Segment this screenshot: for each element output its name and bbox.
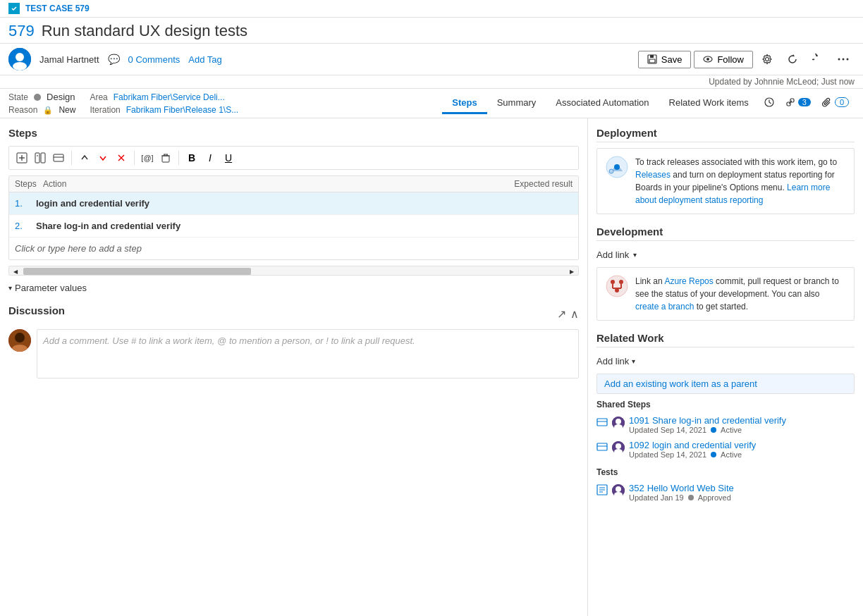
- svg-point-38: [619, 280, 623, 284]
- attachment-icon: [822, 97, 832, 107]
- item-id-1091: 1091: [629, 415, 649, 426]
- move-up-button[interactable]: [76, 149, 93, 166]
- item-title-1091[interactable]: Share log-in and credential verify: [652, 415, 786, 426]
- user-name[interactable]: Jamal Hartnett: [39, 54, 99, 65]
- breadcrumb-label[interactable]: TEST CASE 579: [25, 4, 90, 13]
- insert-step-button[interactable]: [13, 149, 30, 166]
- item-meta-1092: Updated Sep 14, 2021 Active: [629, 450, 855, 459]
- horizontal-scrollbar[interactable]: ◀ ▶: [8, 266, 579, 276]
- gear-icon: [761, 54, 773, 65]
- links-tab[interactable]: 3: [780, 93, 816, 113]
- item-avatar-352: [612, 484, 625, 497]
- parameter-values-toggle[interactable]: ▾ Parameter values: [8, 280, 579, 296]
- iteration-value[interactable]: Fabrikam Fiber\Release 1\S...: [126, 105, 238, 115]
- item-meta-1091: Updated Sep 14, 2021 Active: [629, 426, 855, 434]
- create-branch-link[interactable]: create a branch: [635, 302, 694, 312]
- svg-point-12: [847, 58, 849, 61]
- tab-steps[interactable]: Steps: [442, 93, 486, 114]
- state-dot: [34, 94, 41, 101]
- item-info-1092: 1092 login and credential verify Updated…: [629, 440, 855, 459]
- development-description: Link an Azure Repos commit, pull request…: [635, 275, 845, 313]
- tab-summary[interactable]: Summary: [487, 93, 546, 114]
- follow-button[interactable]: Follow: [694, 51, 753, 68]
- deployment-section: Deployment To track releases associated …: [596, 127, 855, 214]
- step-number-2: 2.: [15, 221, 36, 231]
- scroll-right-button[interactable]: ▶: [567, 267, 577, 276]
- step-action-2[interactable]: Share log-in and credential verify: [36, 221, 573, 231]
- item-title-352[interactable]: Hello World Web Site: [647, 483, 734, 493]
- insert-shared-step-button[interactable]: [32, 149, 49, 166]
- undo-button[interactable]: [807, 48, 829, 70]
- comment-input[interactable]: Add a comment. Use # to link a work item…: [37, 329, 579, 378]
- chevron-down-icon: ▾: [8, 284, 12, 292]
- svg-point-36: [606, 276, 628, 297]
- svg-rect-14: [787, 102, 790, 106]
- avatar: [8, 48, 31, 70]
- work-item-title[interactable]: Run standard UX design tests: [42, 22, 247, 40]
- reason-field: Reason 🔒 New: [8, 105, 75, 115]
- italic-button[interactable]: I: [202, 149, 219, 166]
- expand-discussion-button[interactable]: ↗: [557, 307, 566, 321]
- area-value[interactable]: Fabrikam Fiber\Service Deli...: [114, 92, 225, 102]
- refresh-button[interactable]: [781, 48, 804, 70]
- more-icon: [838, 58, 849, 61]
- step-action-1[interactable]: login and credential verify: [36, 198, 573, 209]
- settings-button[interactable]: [756, 48, 778, 70]
- svg-point-9: [766, 58, 769, 61]
- attachments-count: 0: [835, 97, 849, 107]
- comments-count[interactable]: 0 Comments: [128, 54, 180, 65]
- item-id-1092: 1092: [629, 440, 649, 450]
- svg-point-8: [706, 58, 709, 61]
- development-card: Link an Azure Repos commit, pull request…: [596, 267, 855, 321]
- bold-button[interactable]: B: [183, 149, 200, 166]
- test-case-icon: [8, 3, 20, 14]
- shared-steps-label: Shared Steps: [596, 400, 855, 409]
- tab-associated-automation[interactable]: Associated Automation: [546, 93, 659, 114]
- status-dot-approved: [688, 495, 694, 500]
- add-related-link-button[interactable]: Add link ▾: [596, 356, 635, 366]
- tabs-section: Steps Summary Associated Automation Rela…: [442, 89, 855, 118]
- tab-related-work-items[interactable]: Related Work items: [659, 93, 759, 114]
- col-action: Action: [43, 179, 308, 189]
- azure-repos-link[interactable]: Azure Repos: [664, 276, 713, 286]
- delete-step-button[interactable]: [113, 149, 130, 166]
- svg-point-2: [16, 53, 24, 61]
- state-field: State Design: [8, 92, 75, 102]
- scroll-left-button[interactable]: ◀: [11, 267, 20, 276]
- history-icon: [764, 97, 774, 107]
- svg-rect-19: [35, 153, 39, 163]
- param-button[interactable]: [@]: [139, 149, 156, 166]
- attachments-tab[interactable]: 0: [816, 93, 855, 113]
- add-tag-button[interactable]: Add Tag: [188, 54, 221, 65]
- list-item: 352 Hello World Web Site Updated Jan 19 …: [596, 480, 855, 505]
- releases-link[interactable]: Releases: [635, 170, 671, 180]
- breadcrumb-bar: TEST CASE 579: [0, 0, 863, 18]
- delete-step-button-2[interactable]: [157, 149, 174, 166]
- underline-button[interactable]: U: [220, 149, 237, 166]
- reason-value[interactable]: New: [59, 105, 75, 115]
- scrollbar-thumb[interactable]: [23, 268, 251, 275]
- state-value[interactable]: Design: [47, 92, 75, 102]
- item-title-1092[interactable]: login and credential verify: [652, 440, 756, 450]
- svg-rect-6: [649, 59, 655, 63]
- convert-shared-step-button[interactable]: [50, 149, 67, 166]
- add-dev-link-button[interactable]: Add link ▾: [596, 247, 637, 263]
- collapse-discussion-button[interactable]: ∧: [570, 307, 579, 321]
- commenter-avatar: [8, 329, 31, 352]
- add-step-placeholder[interactable]: Click or type here to add a step: [9, 238, 578, 259]
- history-tab[interactable]: [759, 93, 780, 113]
- status-dot: [711, 427, 716, 433]
- table-row[interactable]: 2. Share log-in and credential verify: [9, 215, 578, 238]
- svg-point-10: [838, 58, 840, 61]
- svg-point-11: [843, 58, 845, 61]
- related-work-title: Related Work: [596, 332, 855, 347]
- save-button[interactable]: Save: [638, 51, 692, 68]
- item-avatar-1091: [612, 417, 625, 429]
- move-down-button[interactable]: [94, 149, 111, 166]
- title-row: 579 Run standard UX design tests: [0, 18, 863, 44]
- deployment-card: To track releases associated with this w…: [596, 148, 855, 214]
- more-button[interactable]: [832, 48, 855, 70]
- svg-rect-20: [41, 153, 45, 163]
- add-parent-button[interactable]: Add an existing work item as a parent: [596, 374, 855, 394]
- table-row[interactable]: 1. login and credential verify: [9, 192, 578, 215]
